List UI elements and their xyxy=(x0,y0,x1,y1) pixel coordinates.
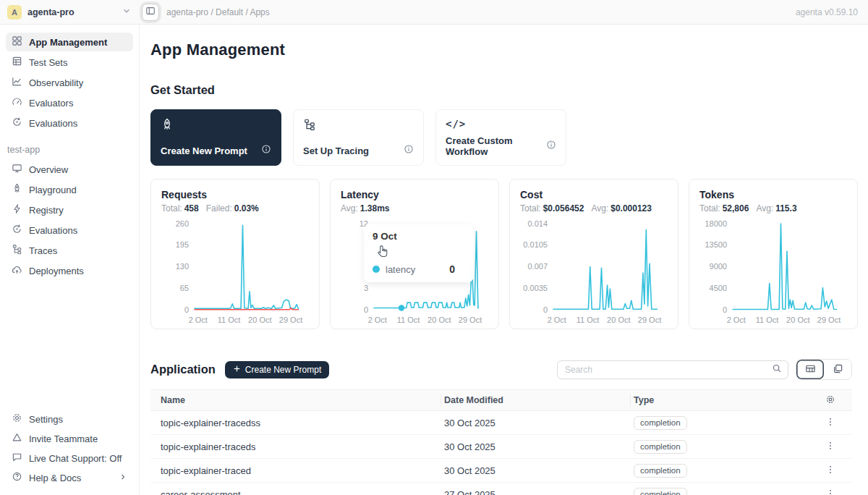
metric-stat: Avg:1.38ms xyxy=(341,203,390,213)
create-new-prompt-card[interactable]: Create New Prompt xyxy=(150,109,281,166)
svg-text:13500: 13500 xyxy=(705,240,727,249)
invite-icon xyxy=(12,432,22,445)
app-date: 30 Oct 2025 xyxy=(441,418,631,428)
svg-text:0.0105: 0.0105 xyxy=(523,240,548,249)
workspace-selector[interactable]: A agenta-pro xyxy=(7,5,132,20)
get-started-cards: Create New Prompt Set Up Tracing </> Cre… xyxy=(150,109,852,166)
tree-icon xyxy=(12,244,22,257)
sidebar-item-label: Evaluations xyxy=(29,225,77,236)
sidebar-item-overview[interactable]: Overview xyxy=(6,160,133,179)
table-view-icon xyxy=(805,363,816,376)
svg-text:11 Oct: 11 Oct xyxy=(576,316,600,324)
workspace-name: agenta-pro xyxy=(27,7,116,17)
info-icon[interactable] xyxy=(404,144,414,157)
sidebar-item-playground[interactable]: Playground xyxy=(6,180,133,199)
gauge-icon xyxy=(12,96,22,109)
tokens-chart[interactable]: 18000135009000450002 Oct11 Oct20 Oct29 O… xyxy=(699,218,847,326)
chat-bubble-icon xyxy=(12,452,22,465)
get-started-heading: Get Started xyxy=(150,83,852,97)
sidebar-item-app-management[interactable]: App Management xyxy=(6,33,133,51)
column-header-date[interactable]: Date Modified xyxy=(441,394,631,407)
cloud-icon xyxy=(12,264,22,277)
search-icon[interactable] xyxy=(772,363,782,376)
svg-text:0: 0 xyxy=(543,305,548,314)
cost-chart[interactable]: 0.0140.01050.0070.003502 Oct11 Oct20 Oct… xyxy=(520,218,668,326)
tooltip-series-row: latency 0 xyxy=(373,263,465,275)
tree-icon xyxy=(303,118,414,134)
sidebar-item-deployments[interactable]: Deployments xyxy=(6,261,133,280)
chevron-down-icon xyxy=(122,6,132,19)
table-row[interactable]: topic-explainer-traceds 30 Oct 2025 comp… xyxy=(150,435,852,459)
table-row[interactable]: topic-explainer-tracedss 30 Oct 2025 com… xyxy=(150,411,852,435)
page-title: App Management xyxy=(150,41,852,59)
metric-title: Latency xyxy=(341,189,488,200)
sidebar-item-traces[interactable]: Traces xyxy=(6,241,133,260)
metric-title: Tokens xyxy=(699,189,847,200)
svg-text:9000: 9000 xyxy=(710,262,727,271)
gear-icon xyxy=(12,412,22,426)
plus-icon xyxy=(233,365,241,375)
table-view-button[interactable] xyxy=(796,360,824,379)
column-header-type[interactable]: Type xyxy=(631,394,809,407)
applications-table: Name Date Modified Type topic-explainer-… xyxy=(150,389,852,495)
svg-text:0.014: 0.014 xyxy=(527,219,548,228)
sidebar-item-evaluations[interactable]: Evaluations xyxy=(6,114,133,132)
code-icon: </> xyxy=(446,118,556,130)
type-badge: completion xyxy=(634,416,687,430)
sidebar-item-evaluations-app[interactable]: Evaluations xyxy=(6,221,133,240)
sidebar-item-test-sets[interactable]: Test Sets xyxy=(6,53,133,72)
column-settings[interactable] xyxy=(809,394,852,407)
sidebar-item-label: Live Chat Support: Off xyxy=(29,453,122,464)
metric-stat: Avg:115.3 xyxy=(756,203,796,213)
sidebar-item-label: Deployments xyxy=(29,266,84,276)
app-name: career-assessment xyxy=(150,489,441,495)
svg-text:4500: 4500 xyxy=(710,284,727,292)
info-icon[interactable] xyxy=(546,140,556,153)
sidebar-item-label: Observability xyxy=(29,77,83,88)
sidebar-item-help-docs[interactable]: Help & Docs xyxy=(6,468,133,487)
search-input[interactable] xyxy=(565,365,772,375)
row-menu-button[interactable] xyxy=(825,465,835,477)
create-custom-workflow-card[interactable]: </> Create Custom Workflow xyxy=(435,109,566,166)
svg-text:260: 260 xyxy=(176,219,189,228)
table-row[interactable]: career-assessment 27 Oct 2025 completion xyxy=(150,483,852,495)
hand-cursor-icon xyxy=(375,245,389,261)
breadcrumb[interactable]: agenta-pro / Default / Apps xyxy=(166,7,270,17)
svg-text:20 Oct: 20 Oct xyxy=(427,316,451,324)
info-icon[interactable] xyxy=(261,144,271,157)
series-dot xyxy=(373,266,380,273)
sidebar-item-settings[interactable]: Settings xyxy=(6,410,133,428)
app-version: agenta v0.59.10 xyxy=(796,7,858,17)
metric-stat: Total:458 xyxy=(161,203,199,213)
column-header-name[interactable]: Name xyxy=(150,394,441,407)
sidebar-collapse-button[interactable] xyxy=(142,4,159,21)
app-name: topic-explainer-traced xyxy=(150,465,441,476)
view-toggle xyxy=(796,359,852,380)
sidebar-item-invite-teammate[interactable]: Invite Teammate xyxy=(6,429,133,448)
sidebar-item-live-chat[interactable]: Live Chat Support: Off xyxy=(6,449,133,468)
gear-icon xyxy=(825,394,835,407)
monitor-icon xyxy=(12,163,22,176)
sidebar-item-label: Settings xyxy=(29,414,63,425)
set-up-tracing-card[interactable]: Set Up Tracing xyxy=(293,109,424,166)
card-label: Create New Prompt xyxy=(161,145,247,156)
latency-card: Latency Avg:1.38ms 1296302 Oct11 Oct20 O… xyxy=(330,179,499,329)
app-date: 30 Oct 2025 xyxy=(441,465,631,476)
metric-stat: Total:$0.056452 xyxy=(520,203,584,213)
svg-text:20 Oct: 20 Oct xyxy=(786,316,809,324)
create-new-prompt-button[interactable]: Create New Prompt xyxy=(225,361,329,378)
sidebar-item-observability[interactable]: Observability xyxy=(6,73,133,92)
svg-text:20 Oct: 20 Oct xyxy=(607,316,630,324)
requests-chart[interactable]: 2601951306502 Oct11 Oct20 Oct29 Oct xyxy=(161,218,309,326)
row-menu-button[interactable] xyxy=(825,441,835,453)
sidebar-item-evaluators[interactable]: Evaluators xyxy=(6,93,133,112)
card-view-button[interactable] xyxy=(824,360,851,379)
svg-text:29 Oct: 29 Oct xyxy=(817,316,841,324)
tokens-card: Tokens Total:52,806 Avg:115.3 1800013500… xyxy=(689,179,858,329)
sidebar-item-registry[interactable]: Registry xyxy=(6,200,133,219)
table-row[interactable]: topic-explainer-traced 30 Oct 2025 compl… xyxy=(150,459,852,483)
row-menu-button[interactable] xyxy=(825,417,835,429)
svg-text:29 Oct: 29 Oct xyxy=(459,316,482,324)
row-menu-button[interactable] xyxy=(825,488,835,495)
app-name: topic-explainer-traceds xyxy=(150,441,441,452)
